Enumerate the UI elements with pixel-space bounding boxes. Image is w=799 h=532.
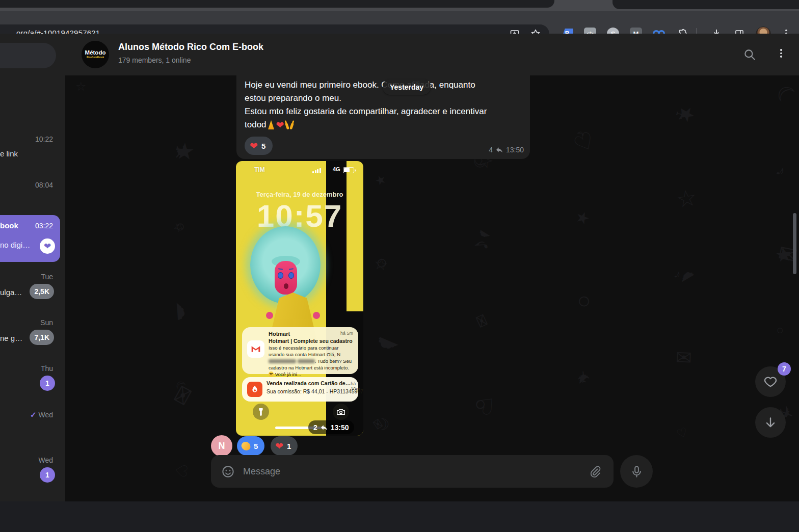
photo-meta-badge: 2 13:50 (308, 420, 354, 434)
clap-emoji (241, 441, 251, 451)
notification-title: Venda realizada com Cartão de… (267, 380, 351, 386)
voice-message-button[interactable] (620, 455, 653, 488)
chat-item-preview[interactable]: ulga… (0, 288, 22, 297)
chat-item-selected[interactable]: book 03:22 no digi… ❤ (0, 215, 60, 262)
reaction-count: 1 (287, 442, 291, 450)
reactions-count-badge: 7 (778, 362, 791, 376)
chat-item-day[interactable]: Wed (38, 456, 53, 464)
badge-count: 7 (782, 365, 786, 373)
photo-message[interactable]: TIM 4G Terça-feira, 19 de dezembro 10:57 (236, 161, 363, 436)
screen: org/a/#-1001942957621 B </> S M 10:22 e … (0, 0, 799, 532)
forward-count: 2 (313, 423, 317, 432)
puppet-hand (266, 312, 273, 319)
message-input[interactable] (242, 466, 589, 477)
chat-item-time: 03:22 (35, 222, 53, 230)
phone-carrier: TIM (254, 166, 265, 173)
group-avatar-line2: RicoComEbook (87, 57, 104, 59)
tab-strip-shade-right (612, 0, 799, 9)
notification-body-text: Isso é necessário para continuar usando … (269, 345, 340, 357)
signal-bars-icon (312, 168, 321, 173)
group-avatar-line1: Método (85, 50, 106, 56)
chat-item-day-row[interactable]: ✓ Wed (30, 410, 53, 419)
chat-item-preview[interactable]: ne g… (0, 334, 22, 342)
notification-app-name: Hotmart (269, 331, 290, 337)
search-icon[interactable] (743, 48, 756, 61)
down-arrow-icon (764, 416, 777, 429)
browser-toolbar: org/a/#-1001942957621 B </> S M (0, 11, 799, 34)
scroll-to-bottom-button[interactable] (755, 407, 786, 438)
read-check-icon: ✓ (30, 410, 37, 419)
sender-initial: N (219, 441, 225, 451)
attachment-paperclip-icon[interactable] (589, 465, 601, 478)
heart-icon: ❤ (44, 241, 51, 252)
chat-subtitle: 179 members, 1 online (118, 56, 191, 64)
chat-item-time[interactable]: 08:04 (35, 181, 53, 189)
notification-title: Hotmart | Complete seu cadastro (269, 338, 353, 344)
gmail-icon (247, 340, 264, 358)
unread-count-badge[interactable]: 1 (40, 376, 55, 391)
forward-arrow-icon (495, 146, 503, 154)
unread-count-badge[interactable]: 1 (40, 467, 55, 483)
tab-strip-shade-left (0, 0, 554, 8)
chat-item-day[interactable]: Thu (41, 364, 53, 373)
chat-list-sidebar: 10:22 e link 08:04 book 03:22 no digi… ❤… (0, 34, 66, 501)
chat-header: Método RicoComEbook Alunos Método Rico C… (65, 34, 799, 75)
sidebar-search-input[interactable] (0, 43, 56, 68)
chat-item-day[interactable]: Tue (41, 273, 53, 281)
reaction-count: 5 (254, 442, 258, 450)
hotmart-notification[interactable]: Venda realizada com Cartão de… há 10m Su… (242, 377, 358, 402)
photo-time: 13:50 (331, 423, 349, 432)
chat-item-day[interactable]: Sun (40, 318, 53, 327)
raising-hands-emoji (285, 120, 294, 129)
forward-count: 4 (489, 146, 493, 154)
notification-body-text: Você já ini... (274, 371, 301, 377)
flashlight-button (253, 404, 269, 420)
gmail-notification[interactable]: Hotmart há 5m Hotmart | Complete seu cad… (242, 327, 358, 374)
heart-icon: ❤ (250, 141, 258, 151)
heart-emoji: ❤ (276, 120, 284, 130)
camera-button (333, 404, 349, 420)
chat-item-preview: no digi… (0, 241, 30, 249)
group-avatar[interactable]: Método RicoComEbook (82, 41, 109, 68)
sender-avatar[interactable]: N (211, 435, 232, 457)
message-line: Estou mto feliz gostaria de compartilhar… (245, 105, 522, 118)
redacted-name (269, 359, 296, 363)
redacted-name (298, 359, 315, 363)
notification-body: Isso é necessário para continuar usando … (269, 344, 354, 378)
notification-body: Sua comissão: R$ 44,01 - HP3113459078 (267, 388, 363, 394)
date-separator-pill[interactable]: Yesterday (383, 79, 431, 95)
network-type: 4G (333, 166, 340, 172)
chat-item-heart-marker: ❤ (40, 238, 55, 254)
lockscreen-date: Terça-feira, 19 de dezembro (236, 191, 363, 198)
reaction-pill-heart[interactable]: ❤ 1 (271, 436, 298, 456)
chat-title[interactable]: Alunos Método Rico Com E-book (118, 42, 263, 52)
emoji-smiley-icon[interactable] (221, 465, 235, 478)
chat-item-day: Wed (38, 411, 53, 419)
reaction-pill-heart[interactable]: ❤ 5 (245, 137, 273, 155)
unread-count-badge[interactable]: 7,1K (30, 330, 54, 345)
chat-item-title: book (0, 221, 18, 230)
microphone-icon (630, 465, 644, 478)
chat-item-time[interactable]: 10:22 (35, 135, 53, 143)
puppet-hand (313, 312, 320, 319)
chat-menu-kebab-icon[interactable] (775, 49, 788, 62)
confused-face-emoji (269, 371, 274, 377)
date-separator-label: Yesterday (390, 83, 423, 91)
heart-outline-icon (763, 375, 778, 389)
message-line: todod ❤ (245, 118, 522, 131)
windows-taskbar: Pesquisar C Ps ↻ 3 (0, 501, 799, 532)
message-input-bar[interactable] (211, 455, 614, 488)
hotmart-icon (247, 382, 262, 397)
battery-icon (343, 167, 354, 173)
browser-tab-strip (0, 0, 799, 11)
folded-hands-emoji (268, 120, 275, 129)
message-text-fragment: todod (245, 118, 267, 131)
unread-count-badge[interactable]: 2,5K (30, 284, 54, 299)
chat-message-area: ☆○♡♪☁✈★✉☾☆○♡♪☁✈★✉☾☆○♡♪☁✈★✉☾☆○♡♪☁✈★✉☾☆○♡♪… (65, 75, 799, 501)
message-meta: 4 13:50 (489, 146, 524, 154)
reaction-pill-clap[interactable]: 5 (237, 436, 264, 456)
chat-scrollbar-thumb[interactable] (793, 213, 796, 274)
chat-item-preview[interactable]: e link (0, 149, 18, 158)
forward-arrow-icon (320, 423, 328, 432)
notification-time-ago: há 5m (340, 331, 353, 337)
